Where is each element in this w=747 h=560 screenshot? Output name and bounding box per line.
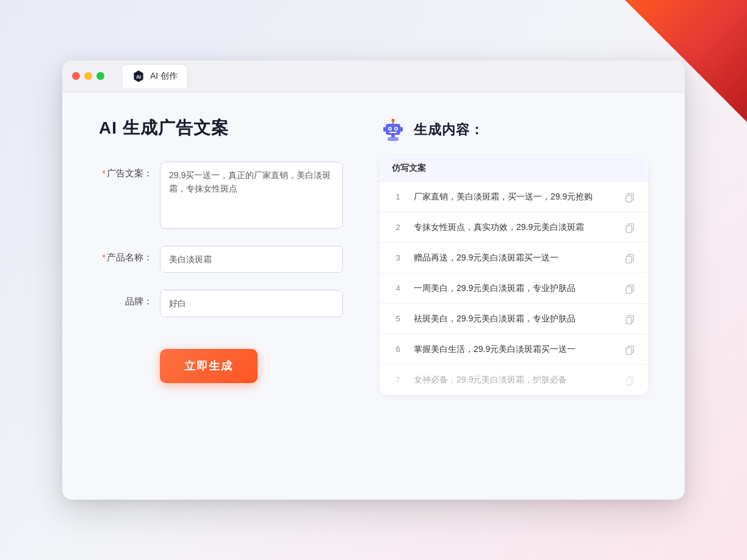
left-panel: AI 生成广告文案 *广告文案： *产品名称： 品牌： (99, 117, 343, 475)
main-content: AI 生成广告文案 *广告文案： *产品名称： 品牌： (62, 92, 685, 500)
brand-input[interactable] (160, 290, 343, 317)
generate-button[interactable]: 立即生成 (160, 349, 258, 383)
result-header: 生成内容： (380, 117, 648, 143)
svg-point-9 (392, 119, 395, 122)
svg-rect-13 (388, 137, 399, 141)
ad-copy-input[interactable] (160, 162, 343, 229)
copy-icon-3[interactable] (624, 252, 636, 264)
svg-text:AI: AI (136, 74, 141, 80)
svg-rect-12 (391, 135, 395, 137)
required-star-ad: * (102, 168, 106, 178)
ad-copy-group: *广告文案： (99, 162, 343, 229)
product-name-label: *产品名称： (99, 246, 160, 264)
svg-rect-25 (626, 348, 632, 354)
page-title: AI 生成广告文案 (99, 117, 343, 140)
minimize-button[interactable] (84, 72, 92, 80)
brand-label: 品牌： (99, 290, 160, 307)
table-row: 4 一周美白，29.9元美白淡斑霜，专业护肤品 (380, 273, 648, 304)
copy-icon-1[interactable] (624, 191, 636, 203)
table-row: 2 专抹女性斑点，真实功效，29.9元美白淡斑霜 (380, 212, 648, 243)
svg-rect-17 (626, 226, 632, 232)
tab-ai-creation[interactable]: AI AI 创作 (121, 64, 188, 88)
table-row: 7 女神必备，29.9元美白淡斑霜，护肤必备 (380, 365, 648, 395)
svg-rect-19 (626, 256, 632, 263)
ad-copy-label: *广告文案： (99, 162, 160, 179)
tab-title: AI 创作 (150, 71, 178, 82)
svg-point-5 (389, 128, 391, 130)
copy-icon-4[interactable] (624, 282, 636, 295)
required-star-product: * (102, 252, 106, 262)
svg-rect-15 (626, 195, 632, 202)
svg-rect-11 (400, 127, 403, 132)
window-buttons (72, 72, 104, 80)
table-row: 6 掌握美白生活，29.9元美白淡斑霜买一送一 (380, 334, 648, 365)
copy-icon-2[interactable] (624, 221, 636, 234)
table-header: 仿写文案 (380, 156, 648, 182)
table-row: 5 祛斑美白，29.9元美白淡斑霜，专业护肤品 (380, 304, 648, 334)
svg-rect-27 (626, 378, 632, 385)
svg-rect-7 (389, 132, 397, 133)
svg-rect-10 (383, 127, 386, 132)
result-table: 仿写文案 1 厂家直销，美白淡斑霜，买一送一，29.9元抢购 2 专抹女性斑点，… (380, 156, 648, 395)
ai-tab-icon: AI (132, 70, 145, 83)
title-bar: AI AI 创作 (62, 60, 685, 92)
table-row: 1 厂家直销，美白淡斑霜，买一送一，29.9元抢购 (380, 182, 648, 212)
browser-window: AI AI 创作 AI 生成广告文案 *广告文案： *产品名称： (62, 60, 685, 500)
copy-icon-6[interactable] (624, 343, 636, 356)
robot-icon (380, 117, 406, 143)
svg-rect-2 (386, 124, 400, 135)
maximize-button[interactable] (96, 72, 104, 80)
result-title: 生成内容： (414, 121, 484, 139)
svg-point-6 (395, 128, 397, 130)
table-row: 3 赠品再送，29.9元美白淡斑霜买一送一 (380, 243, 648, 273)
svg-rect-21 (626, 287, 632, 293)
right-panel: 生成内容： 仿写文案 1 厂家直销，美白淡斑霜，买一送一，29.9元抢购 2 专… (380, 117, 648, 475)
product-name-group: *产品名称： (99, 246, 343, 273)
close-button[interactable] (72, 72, 80, 80)
copy-icon-5[interactable] (624, 313, 636, 325)
copy-icon-7[interactable] (624, 374, 636, 386)
brand-group: 品牌： (99, 290, 343, 317)
product-name-input[interactable] (160, 246, 343, 273)
svg-rect-23 (626, 317, 632, 324)
